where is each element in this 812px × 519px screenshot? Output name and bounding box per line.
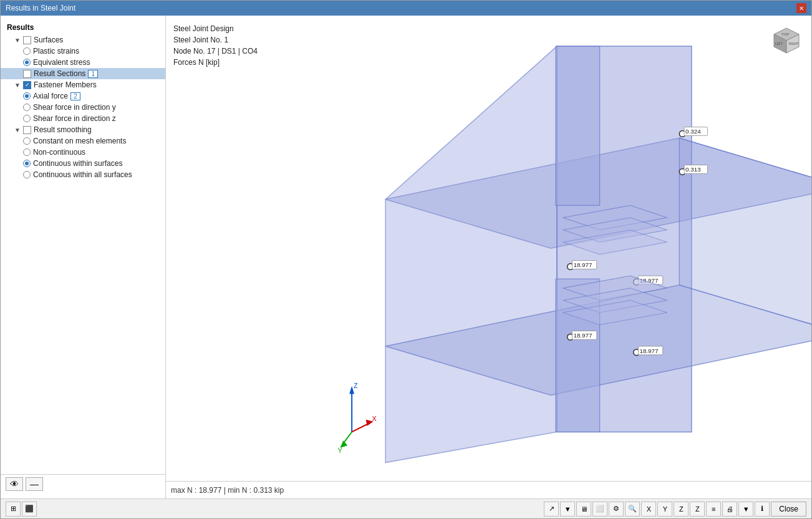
main-content: Results ▼ Surfaces Plastic strains Equiv… xyxy=(1,16,811,498)
toolbar-btn-2[interactable]: ⬛ xyxy=(22,502,37,517)
title-bar-text: Results in Steel Joint xyxy=(6,4,75,12)
equivalent-stress-label: Equivalent stress xyxy=(33,58,90,67)
svg-text:LEFT: LEFT xyxy=(775,42,783,46)
viewport: Steel Joint Design Steel Joint No. 1 Nod… xyxy=(166,16,811,498)
tree-result-sections[interactable]: Result Sections 1 xyxy=(1,68,165,79)
tool-print-dropdown[interactable]: ▼ xyxy=(738,502,753,517)
plastic-strains-label: Plastic strains xyxy=(33,47,79,56)
result-sections-label: Result Sections xyxy=(34,69,85,78)
tree-surfaces[interactable]: ▼ Surfaces xyxy=(1,34,165,46)
tree-fastener-members[interactable]: ▼ Fastener Members xyxy=(1,79,165,90)
checkbox-fastener-members[interactable] xyxy=(23,81,31,89)
eye-button[interactable]: 👁 xyxy=(6,477,23,491)
close-window-button[interactable]: ✕ xyxy=(796,3,806,13)
status-bar: max N : 18.977 | min N : 0.313 kip xyxy=(166,481,811,498)
info-line-4: Forces N [kip] xyxy=(173,57,258,68)
info-line-2: Steel Joint No. 1 xyxy=(173,34,258,46)
tool-x[interactable]: X xyxy=(641,502,656,517)
tool-z[interactable]: Z xyxy=(674,502,689,517)
radio-continuous-all[interactable] xyxy=(23,171,31,178)
radio-continuous-within[interactable] xyxy=(23,160,31,167)
continuous-all-label: Continuous within all surfaces xyxy=(33,170,132,179)
main-window: Results in Steel Joint ✕ Results ▼ Surfa… xyxy=(0,0,812,519)
toolbar-left: ⊞ ⬛ xyxy=(6,502,37,517)
fastener-members-label: Fastener Members xyxy=(34,80,97,89)
tool-z2[interactable]: Z xyxy=(690,502,705,517)
tree-shear-z[interactable]: Shear force in direction z xyxy=(1,113,165,124)
close-button[interactable]: Close xyxy=(771,502,806,517)
toolbar-right: ↗ ▼ 🖥 ⬜ ⚙ 🔍 X Y Z Z ≡ 🖨 ▼ ℹ Close xyxy=(544,502,806,517)
radio-axial-force[interactable] xyxy=(23,92,31,100)
tool-layers[interactable]: ≡ xyxy=(706,502,721,517)
tree-continuous-within[interactable]: Continuous within surfaces xyxy=(1,158,165,169)
checkbox-surfaces[interactable] xyxy=(23,36,31,44)
info-text-block: Steel Joint Design Steel Joint No. 1 Nod… xyxy=(173,23,258,68)
info-line-1: Steel Joint Design xyxy=(173,23,258,34)
radio-shear-y[interactable] xyxy=(23,104,31,111)
radio-shear-z[interactable] xyxy=(23,115,31,122)
svg-text:Y: Y xyxy=(338,447,342,454)
toolbar-btn-1[interactable]: ⊞ xyxy=(6,502,21,517)
tree-axial-force[interactable]: Axial force 2 xyxy=(1,90,165,102)
tool-render[interactable]: ⬜ xyxy=(592,502,607,517)
axial-force-label: Axial force xyxy=(33,92,68,100)
svg-text:RIGHT: RIGHT xyxy=(789,42,799,46)
svg-marker-12 xyxy=(556,46,600,205)
bottom-toolbar: ⊞ ⬛ ↗ ▼ 🖥 ⬜ ⚙ 🔍 X Y Z Z ≡ 🖨 ▼ ℹ Close xyxy=(1,498,811,518)
tree-continuous-all[interactable]: Continuous within all surfaces xyxy=(1,169,165,180)
tool-3d-view[interactable]: 🖥 xyxy=(576,502,591,517)
radio-plastic-strains[interactable] xyxy=(23,47,31,55)
surfaces-label: Surfaces xyxy=(34,36,63,44)
expand-result-sections-icon xyxy=(13,69,22,78)
tree-constant-mesh[interactable]: Constant on mesh elements xyxy=(1,135,165,147)
svg-text:18.977: 18.977 xyxy=(573,261,592,268)
tree-shear-y[interactable]: Shear force in direction y xyxy=(1,102,165,113)
checkbox-result-smoothing[interactable] xyxy=(23,126,31,134)
tree-plastic-strains[interactable]: Plastic strains xyxy=(1,46,165,57)
svg-text:TOP: TOP xyxy=(781,32,789,36)
info-line-3: Node No. 17 | DS1 | CO4 xyxy=(173,46,258,57)
tree-equivalent-stress[interactable]: Equivalent stress xyxy=(1,57,165,68)
expand-smoothing-icon: ▼ xyxy=(13,125,22,134)
svg-text:0.313: 0.313 xyxy=(685,166,701,173)
left-panel: Results ▼ Surfaces Plastic strains Equiv… xyxy=(1,16,166,498)
tool-y[interactable]: Y xyxy=(657,502,672,517)
radio-constant-mesh[interactable] xyxy=(23,137,31,145)
tool-arrow[interactable]: ↗ xyxy=(544,502,559,517)
shear-z-label: Shear force in direction z xyxy=(33,114,116,123)
axial-force-badge: 2 xyxy=(70,92,80,100)
expand-fastener-icon: ▼ xyxy=(13,80,22,89)
tree-result-smoothing[interactable]: ▼ Result smoothing xyxy=(1,124,165,135)
nav-cube[interactable]: TOP LEFT RIGHT xyxy=(768,22,805,59)
line-button[interactable]: — xyxy=(26,477,43,491)
svg-text:X: X xyxy=(372,415,377,422)
svg-text:18.977: 18.977 xyxy=(639,347,658,354)
radio-non-continuous[interactable] xyxy=(23,148,31,156)
constant-mesh-label: Constant on mesh elements xyxy=(33,137,126,145)
expand-surfaces-icon: ▼ xyxy=(13,36,22,44)
tool-zoom[interactable]: 🔍 xyxy=(625,502,640,517)
non-continuous-label: Non-continuous xyxy=(33,148,85,157)
tool-settings[interactable]: ⚙ xyxy=(609,502,624,517)
shear-y-label: Shear force in direction y xyxy=(33,103,116,112)
checkbox-result-sections[interactable] xyxy=(23,70,31,78)
radio-equivalent-stress[interactable] xyxy=(23,59,31,66)
status-text: max N : 18.977 | min N : 0.313 kip xyxy=(171,486,284,495)
scene-3d: 0.324 0.313 18.977 18.977 xyxy=(166,16,811,481)
tool-dropdown[interactable]: ▼ xyxy=(560,502,575,517)
result-sections-badge: 1 xyxy=(88,70,98,78)
tool-print[interactable]: 🖨 xyxy=(722,502,737,517)
tool-info[interactable]: ℹ xyxy=(755,502,770,517)
title-bar: Results in Steel Joint ✕ xyxy=(1,1,811,16)
result-smoothing-label: Result smoothing xyxy=(34,125,92,134)
svg-text:0.324: 0.324 xyxy=(685,128,701,135)
left-panel-footer: 👁 — xyxy=(1,474,165,493)
svg-text:Z: Z xyxy=(354,382,358,389)
panel-title: Results xyxy=(1,21,165,34)
svg-text:18.977: 18.977 xyxy=(573,332,592,339)
tree-non-continuous[interactable]: Non-continuous xyxy=(1,147,165,158)
viewport-content: Steel Joint Design Steel Joint No. 1 Nod… xyxy=(166,16,811,481)
continuous-within-label: Continuous within surfaces xyxy=(33,159,122,168)
